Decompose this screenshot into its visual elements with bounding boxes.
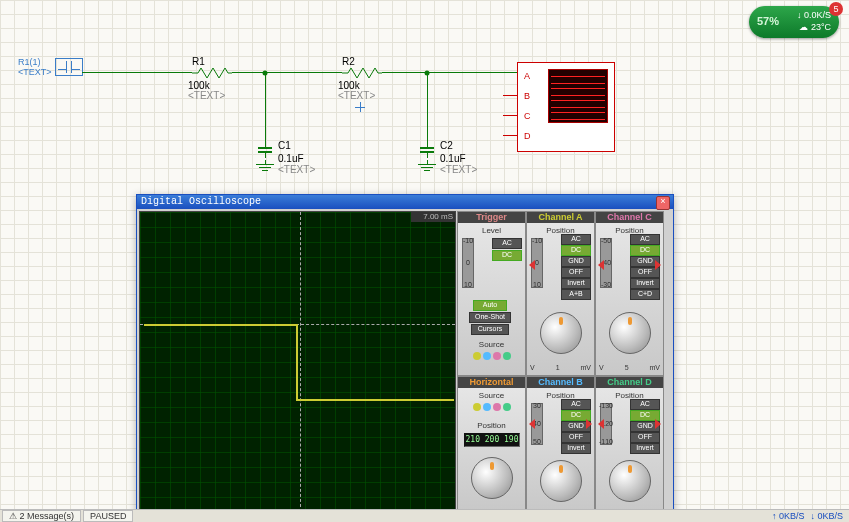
status-bar: ⚠ 2 Message(s) PAUSED ↑ 0KB/S ↓ 0KB/S: [0, 509, 849, 522]
horizontal-knob[interactable]: [471, 457, 513, 499]
ground-icon: [256, 160, 274, 172]
capacitor-c2[interactable]: [420, 142, 434, 156]
c2-value: 0.1uF: [440, 153, 466, 164]
arrow-left-icon[interactable]: [529, 419, 535, 429]
oscilloscope-instrument[interactable]: A B C D: [517, 62, 615, 152]
ch-d-ac-button[interactable]: AC: [630, 399, 660, 410]
horizontal-pos-readout: 210 200 190: [464, 433, 520, 447]
arrow-right-icon[interactable]: [655, 260, 661, 270]
channel-c-panel[interactable]: Channel C Position -50 -40 -30 AC DC GND…: [595, 211, 664, 376]
pin-stub: [503, 115, 518, 116]
ch-b-ac-button[interactable]: AC: [561, 399, 591, 410]
channel-b-knob[interactable]: [540, 460, 582, 502]
ch-a-invert-button[interactable]: Invert: [561, 278, 591, 289]
channel-a-panel[interactable]: Channel A Position -10 0 10 AC DC GND OF…: [526, 211, 595, 376]
c1-value: 0.1uF: [278, 153, 304, 164]
ch-a-aplusb-button[interactable]: A+B: [561, 289, 591, 300]
r2-name: R2: [342, 56, 355, 67]
oscilloscope-window[interactable]: Digital Oscilloscope × 7.00 mS Trigger L…: [136, 194, 674, 522]
cursor-vertical[interactable]: [300, 212, 301, 512]
trigger-dc-button[interactable]: DC: [492, 250, 522, 261]
trigger-level-slider[interactable]: -10 0 10: [462, 238, 474, 288]
trigger-source-label: Source: [458, 340, 525, 349]
resistor-r1[interactable]: [192, 67, 232, 79]
oscilloscope-screen[interactable]: 7.00 mS: [139, 211, 456, 513]
r1-name: R1: [192, 56, 205, 67]
horizontal-source-row[interactable]: [458, 403, 525, 411]
arrow-left-icon[interactable]: [529, 260, 535, 270]
c1-placeholder: <TEXT>: [278, 164, 315, 175]
widget-percent: 57%: [757, 15, 779, 27]
arrow-left-icon[interactable]: [598, 419, 604, 429]
ch-b-off-button[interactable]: OFF: [561, 432, 591, 443]
r1-placeholder: <TEXT>: [188, 90, 225, 101]
channel-c-knob[interactable]: [609, 312, 651, 354]
cursor-crosshair-icon: [355, 102, 365, 112]
c2-placeholder: <TEXT>: [440, 164, 477, 175]
wire: [382, 72, 517, 73]
wire: [232, 72, 342, 73]
trace-channel-a: [296, 324, 298, 400]
instrument-mini-screen: [548, 69, 608, 123]
sim-state-button[interactable]: PAUSED: [83, 510, 133, 522]
trigger-panel[interactable]: Trigger Level -10 0 10 AC DC Auto One-Sh…: [457, 211, 526, 376]
widget-temp: ☁ 23°C: [799, 22, 831, 32]
channel-d-knob[interactable]: [609, 460, 651, 502]
ch-a-gnd-button[interactable]: GND: [561, 256, 591, 267]
ch-a-off-button[interactable]: OFF: [561, 267, 591, 278]
capacitor-c1[interactable]: [258, 142, 272, 156]
channel-a-title: Channel A: [527, 212, 594, 223]
trigger-source-row[interactable]: [458, 352, 525, 360]
oscilloscope-titlebar[interactable]: Digital Oscilloscope ×: [137, 195, 673, 209]
pin-b-label: B: [524, 91, 530, 101]
ground-icon: [418, 160, 436, 172]
pin-a-label: A: [524, 71, 530, 81]
arrow-left-icon[interactable]: [598, 260, 604, 270]
oscilloscope-title: Digital Oscilloscope: [141, 196, 261, 207]
channel-a-knob[interactable]: [540, 312, 582, 354]
ch-c-invert-button[interactable]: Invert: [630, 278, 660, 289]
ch-c-dc-button[interactable]: DC: [630, 245, 660, 256]
trigger-ac-button[interactable]: AC: [492, 238, 522, 249]
arrow-right-icon[interactable]: [655, 419, 661, 429]
ch-c-ac-button[interactable]: AC: [630, 234, 660, 245]
ch-b-invert-button[interactable]: Invert: [561, 443, 591, 454]
messages-button[interactable]: ⚠ 2 Message(s): [2, 510, 81, 522]
trace-channel-a: [144, 324, 298, 326]
horizontal-title: Horizontal: [458, 377, 525, 388]
trigger-auto-button[interactable]: Auto: [473, 300, 507, 311]
widget-speed: ↓ 0.0K/S: [797, 10, 831, 20]
horizontal-panel[interactable]: Horizontal Source Position 210 200 190: [457, 376, 526, 512]
pin-c-label: C: [524, 111, 531, 121]
pulse-source-icon[interactable]: [55, 58, 83, 76]
trace-channel-a: [296, 399, 454, 401]
c1-name: C1: [278, 140, 291, 151]
trigger-oneshot-button[interactable]: One-Shot: [469, 312, 511, 323]
horizontal-pos-label: Position: [458, 421, 525, 430]
close-button[interactable]: ×: [656, 196, 670, 210]
c2-name: C2: [440, 140, 453, 151]
resistor-r2[interactable]: [342, 67, 382, 79]
source-label: R1(1): [18, 57, 41, 67]
ch-a-ac-button[interactable]: AC: [561, 234, 591, 245]
ch-a-dc-button[interactable]: DC: [561, 245, 591, 256]
wire: [265, 72, 266, 142]
net-up: ↑ 0KB/S: [772, 511, 805, 521]
net-dn: ↓ 0KB/S: [810, 511, 843, 521]
ch-d-off-button[interactable]: OFF: [630, 432, 660, 443]
level-label: Level: [458, 226, 525, 235]
ch-c-cplusd-button[interactable]: C+D: [630, 289, 660, 300]
wire: [427, 72, 428, 142]
channel-b-title: Channel B: [527, 377, 594, 388]
system-widget[interactable]: 57% ↓ 0.0K/S ☁ 23°C 5: [749, 6, 839, 38]
pin-stub: [503, 135, 518, 136]
trigger-title: Trigger: [458, 212, 525, 223]
ch-d-invert-button[interactable]: Invert: [630, 443, 660, 454]
wire: [82, 72, 192, 73]
junction-node: [425, 71, 430, 76]
channel-b-panel[interactable]: Channel B Position 30 40 50 AC DC GND OF…: [526, 376, 595, 512]
channel-d-panel[interactable]: Channel D Position -130 -120 -110 AC DC …: [595, 376, 664, 512]
horizontal-source-label: Source: [458, 391, 525, 400]
trigger-cursors-button[interactable]: Cursors: [471, 324, 509, 335]
pin-stub: [503, 95, 518, 96]
